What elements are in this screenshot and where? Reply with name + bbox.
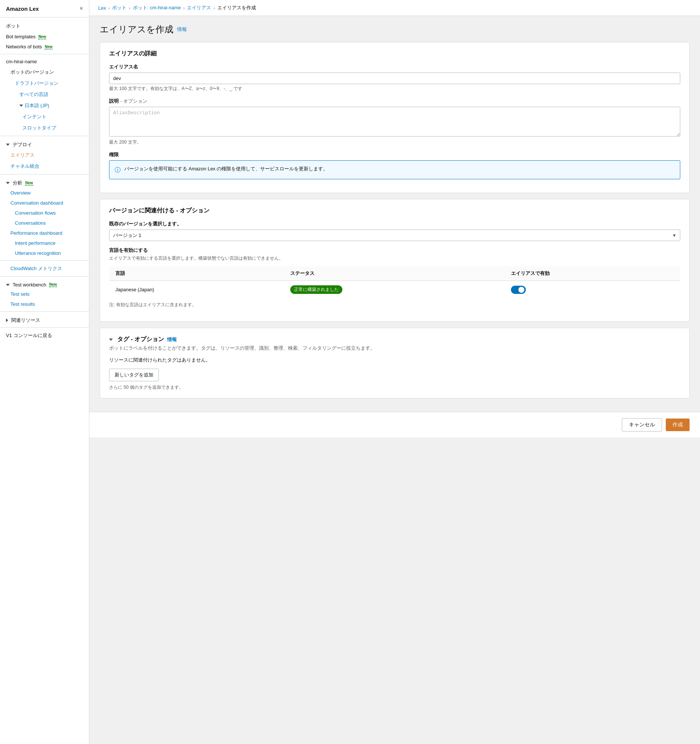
version-select[interactable]: バージョン 1 ドラフト	[109, 229, 680, 241]
alias-permissions-info-text: バージョンを使用可能にする Amazon Lex の権限を使用して、サービスロー…	[124, 165, 328, 173]
sidebar-section-test-workbench: Test workbench New	[0, 279, 89, 289]
language-table-header: 言語 ステータス エイリアスで有効	[109, 266, 680, 281]
version-card: バージョンに関連付ける - オプション 既存のバージョンを選択します。 バージョ…	[100, 199, 690, 322]
cancel-button[interactable]: キャンセル	[622, 418, 662, 432]
breadcrumb: Lex › ボット › ボット: cm-hirai-name › エイリアス ›…	[89, 0, 700, 16]
sidebar-section-analytics: 分析 New	[0, 177, 89, 188]
sidebar-item-slot-type[interactable]: スロットタイプ	[0, 122, 89, 134]
breadcrumb-bot-name[interactable]: ボット: cm-hirai-name	[133, 4, 181, 11]
lang-enable-group: 言語を有効にする エイリアスで有効にする言語を選択します。構築状態でない言語は有…	[109, 247, 680, 308]
sidebar-item-conversations[interactable]: Conversations	[0, 218, 89, 228]
sidebar-item-test-results[interactable]: Test results	[0, 299, 89, 309]
tags-description: ボットにラベルを付けることができます。タグは、リソースの管理、識別、整理、検索、…	[109, 345, 680, 351]
page-info-link[interactable]: 情報	[177, 26, 187, 33]
sidebar-item-intent[interactable]: インテント	[0, 111, 89, 122]
tags-card-title: タグ - オプション 情報	[109, 336, 680, 343]
sidebar-item-bot-versions: ボットのバージョン	[0, 67, 89, 78]
alias-description-textarea[interactable]	[109, 107, 680, 137]
sidebar-item-conversation-dashboard[interactable]: Conversation dashboard	[0, 198, 89, 208]
lang-table-note: 注: 有効な言語はエイリアスに含まれます。	[109, 302, 680, 308]
sidebar-item-japanese-jp[interactable]: 日本語 (JP)	[0, 100, 89, 111]
col-language: 言語	[109, 266, 285, 281]
sidebar-section-related-resources-label: 関連リソース	[11, 317, 40, 324]
sidebar-item-v1-console[interactable]: V1 コンソールに戻る	[0, 330, 89, 341]
table-cell-language: Japanese (Japan)	[109, 281, 285, 299]
sidebar-item-networks-of-bots[interactable]: Networks of bots New	[0, 42, 89, 52]
expand-icon-related-resources	[6, 318, 8, 322]
language-enable-toggle[interactable]	[511, 286, 526, 294]
toggle-slider	[511, 286, 526, 294]
sidebar-item-bot-templates[interactable]: Bot templates New	[0, 31, 89, 42]
sidebar-section-analytics-label: 分析	[13, 180, 22, 186]
alias-name-group: エイリアス名 最大 100 文字です。有効な文字は、A〜Z、a〜z、0〜9、-、…	[109, 64, 680, 92]
col-alias-enable: エイリアスで有効	[505, 266, 680, 281]
collapse-icon-japanese	[19, 104, 23, 107]
alias-name-input[interactable]	[109, 73, 680, 84]
sidebar-item-cm-hirai-name: cm-hirai-name	[0, 57, 89, 67]
breadcrumb-sep-1: ›	[108, 5, 110, 11]
divider-6	[0, 311, 89, 312]
create-button[interactable]: 作成	[666, 418, 690, 431]
breadcrumb-sep-3: ›	[183, 5, 185, 11]
sidebar-nav: ボット Bot templates New Networks of bots N…	[0, 18, 89, 744]
sidebar-header: Amazon Lex ×	[0, 0, 89, 18]
sidebar-section-related-resources[interactable]: 関連リソース	[0, 314, 89, 325]
table-cell-status: 正常に構築されました	[284, 281, 505, 299]
breadcrumb-sep-2: ›	[129, 5, 130, 11]
sidebar-item-conversation-flows[interactable]: Conversation flows	[0, 208, 89, 218]
divider-5	[0, 277, 89, 277]
tags-collapse-icon	[109, 339, 113, 341]
status-badge: 正常に構築されました	[290, 285, 343, 294]
badge-new-analytics: New	[25, 181, 33, 186]
lang-enable-hint: エイリアスで有効にする言語を選択します。構築状態でない言語は有効にできません。	[109, 255, 680, 262]
add-tag-button[interactable]: 新しいタグを追加	[109, 369, 159, 381]
sidebar-item-japanese-label: 日本語 (JP)	[25, 102, 49, 109]
breadcrumb-bot[interactable]: ボット	[112, 4, 127, 11]
main-content-area: Lex › ボット › ボット: cm-hirai-name › エイリアス ›…	[89, 0, 700, 744]
badge-new-networks: New	[45, 45, 52, 49]
sidebar-section-deploy-label: デプロイ	[13, 141, 32, 148]
version-select-wrapper: バージョン 1 ドラフト ▼	[109, 229, 680, 241]
collapse-icon-analytics	[6, 182, 10, 184]
collapse-icon-deploy	[6, 144, 10, 146]
lang-enable-label: 言語を有効にする	[109, 247, 680, 254]
tags-info-link[interactable]: 情報	[167, 336, 177, 343]
language-table-header-row: 言語 ステータス エイリアスで有効	[109, 266, 680, 281]
sidebar-item-test-sets[interactable]: Test sets	[0, 289, 89, 299]
alias-permissions-group: 権限 ⓘ バージョンを使用可能にする Amazon Lex の権限を使用して、サ…	[109, 152, 680, 179]
badge-new-test-workbench: New	[49, 282, 57, 287]
close-icon[interactable]: ×	[80, 5, 83, 12]
breadcrumb-sep-4: ›	[213, 5, 215, 11]
version-select-group: 既存のバージョンを選択します。 バージョン 1 ドラフト ▼	[109, 220, 680, 241]
col-status: ステータス	[284, 266, 505, 281]
alias-details-card-title: エイリアスの詳細	[109, 50, 680, 58]
sidebar-item-utterance-recognition[interactable]: Utterance recognition	[0, 248, 89, 258]
sidebar-item-performance-dashboard[interactable]: Performance dashboard	[0, 228, 89, 238]
alias-name-label: エイリアス名	[109, 64, 680, 70]
breadcrumb-alias[interactable]: エイリアス	[187, 4, 211, 11]
breadcrumb-lex[interactable]: Lex	[98, 5, 106, 11]
sidebar-item-alias[interactable]: エイリアス	[0, 150, 89, 161]
info-circle-icon: ⓘ	[115, 165, 121, 174]
add-tag-hint: さらに 50 個のタグを追加できます。	[109, 384, 680, 391]
sidebar-item-cloudwatch[interactable]: CloudWatch メトリクス	[0, 263, 89, 274]
table-cell-enabled	[505, 281, 680, 299]
tags-title-text: タグ - オプション	[117, 336, 164, 343]
main-content: エイリアスを作成 情報 エイリアスの詳細 エイリアス名 最大 100 文字です。…	[89, 16, 700, 412]
page-title-row: エイリアスを作成 情報	[100, 24, 690, 35]
sidebar-item-channel-integration[interactable]: チャネル統合	[0, 161, 89, 172]
alias-details-card: エイリアスの詳細 エイリアス名 最大 100 文字です。有効な文字は、A〜Z、a…	[100, 42, 690, 193]
sidebar-item-bot[interactable]: ボット	[0, 21, 89, 31]
alias-description-opt: - オプション	[120, 98, 147, 104]
alias-description-hint: 最大 200 文字。	[109, 139, 680, 146]
sidebar-item-intent-performance[interactable]: Intent performance	[0, 238, 89, 248]
table-row: Japanese (Japan) 正常に構築されました	[109, 281, 680, 299]
sidebar-item-overview[interactable]: Overview	[0, 188, 89, 198]
page-footer: キャンセル 作成	[89, 412, 700, 437]
sidebar-item-all-languages[interactable]: すべての言語	[0, 89, 89, 100]
language-table-body: Japanese (Japan) 正常に構築されました	[109, 281, 680, 299]
alias-permissions-info-box: ⓘ バージョンを使用可能にする Amazon Lex の権限を使用して、サービス…	[109, 160, 680, 179]
sidebar-item-draft-version[interactable]: ドラフトバージョン	[0, 78, 89, 89]
sidebar-item-networks-label: Networks of bots	[6, 44, 42, 49]
sidebar-item-bot-templates-label: Bot templates	[6, 34, 36, 39]
